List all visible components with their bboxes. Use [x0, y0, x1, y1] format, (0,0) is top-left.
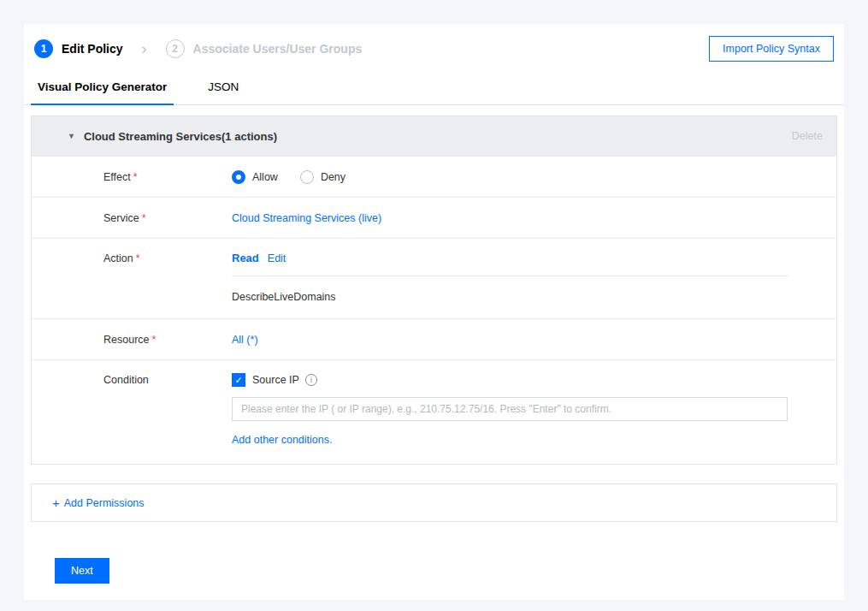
plus-icon: +	[52, 495, 60, 510]
radio-deny-label: Deny	[321, 157, 345, 198]
next-button[interactable]: Next	[55, 558, 109, 584]
policy-editor-card: 1 Edit Policy › 2 Associate Users/User G…	[24, 24, 844, 600]
effect-content: Allow Deny	[232, 157, 836, 198]
tab-json[interactable]: JSON	[201, 74, 245, 104]
condition-content: Source IP i Add other conditions.	[232, 373, 836, 446]
delete-policy-button[interactable]: Delete	[792, 130, 823, 142]
step-edit-policy[interactable]: 1 Edit Policy	[34, 39, 123, 58]
add-permissions-button[interactable]: + Add Permissions	[31, 483, 837, 522]
step-1-label: Edit Policy	[62, 42, 123, 56]
source-ip-option: Source IP i	[232, 373, 788, 387]
resource-row: Resource* All (*)	[32, 318, 836, 359]
effect-label: Effect*	[32, 157, 232, 198]
info-icon[interactable]: i	[305, 374, 317, 386]
required-mark: *	[136, 252, 140, 264]
service-row: Service* Cloud Streaming Services (live)	[32, 197, 836, 238]
step-indicator: 1 Edit Policy › 2 Associate Users/User G…	[34, 39, 362, 58]
action-detail-text: DescribeLiveDomains	[232, 291, 788, 303]
action-row: Action* Read Edit DescribeLiveDomains	[32, 238, 836, 318]
source-ip-checkbox[interactable]	[232, 373, 245, 387]
service-content: Cloud Streaming Services (live)	[232, 198, 836, 239]
collapse-icon[interactable]: ▼	[68, 132, 75, 140]
action-divider	[232, 276, 788, 276]
effect-radio-allow[interactable]: Allow	[232, 157, 278, 198]
effect-row: Effect* Allow Deny	[32, 156, 836, 197]
step-1-number: 1	[34, 39, 53, 58]
tab-visual-policy-generator[interactable]: Visual Policy Generator	[31, 74, 174, 105]
import-policy-syntax-button[interactable]: Import Policy Syntax	[709, 36, 834, 62]
service-link[interactable]: Cloud Streaming Services (live)	[232, 212, 381, 224]
resource-content: All (*)	[232, 319, 836, 360]
step-associate-users[interactable]: 2 Associate Users/User Groups	[166, 39, 363, 58]
resource-label: Resource*	[32, 319, 232, 360]
source-ip-label: Source IP	[252, 374, 299, 386]
action-label: Action*	[32, 252, 232, 303]
add-permissions-label: Add Permissions	[64, 497, 145, 509]
condition-label: Condition	[32, 373, 232, 446]
step-2-label: Associate Users/User Groups	[193, 42, 363, 56]
action-summary: Read Edit	[232, 252, 788, 264]
source-ip-input[interactable]	[232, 397, 788, 421]
radio-unchecked-icon	[300, 170, 314, 184]
tab-bar: Visual Policy Generator JSON	[24, 74, 844, 105]
policy-panel: ▼ Cloud Streaming Services(1 actions) De…	[31, 116, 837, 465]
page: 1 Edit Policy › 2 Associate Users/User G…	[0, 0, 868, 611]
service-label: Service*	[32, 198, 232, 239]
add-other-conditions-link[interactable]: Add other conditions.	[232, 434, 332, 446]
action-edit-link[interactable]: Edit	[268, 252, 286, 264]
policy-panel-header: ▼ Cloud Streaming Services(1 actions) De…	[32, 116, 836, 156]
chevron-right-icon: ›	[142, 41, 147, 56]
required-mark: *	[133, 171, 138, 183]
required-mark: *	[152, 334, 156, 346]
required-mark: *	[142, 212, 146, 224]
radio-allow-label: Allow	[252, 157, 278, 198]
resource-all-link[interactable]: All (*)	[232, 334, 258, 346]
condition-row: Condition Source IP i Add other conditio…	[32, 359, 836, 464]
header-row: 1 Edit Policy › 2 Associate Users/User G…	[24, 24, 844, 62]
radio-checked-icon	[232, 170, 245, 184]
effect-radio-deny[interactable]: Deny	[300, 157, 345, 198]
step-2-number: 2	[166, 39, 185, 58]
action-read-link[interactable]: Read	[232, 252, 259, 264]
effect-radio-group: Allow Deny	[232, 157, 788, 198]
policy-panel-title: Cloud Streaming Services(1 actions)	[84, 130, 277, 143]
action-content: Read Edit DescribeLiveDomains	[232, 252, 836, 303]
